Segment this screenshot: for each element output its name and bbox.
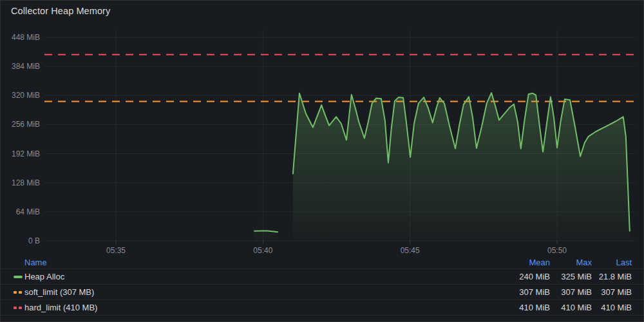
soft-limit-max-value: 307 MiB <box>550 287 592 297</box>
y-axis-tick-label: 64 MiB <box>1 207 40 217</box>
y-axis-tick-label: 192 MiB <box>1 149 40 159</box>
legend-column-max[interactable]: Max <box>550 258 592 267</box>
hard-limit-mean-value: 410 MiB <box>489 303 550 312</box>
hard-limit-last-value: 410 MiB <box>592 303 632 312</box>
heap-alloc-last-value: 21.8 MiB <box>592 272 632 281</box>
legend-series-name-hard-limit[interactable]: hard_limit (410 MB) <box>24 303 97 312</box>
hard-limit-max-value: 410 MiB <box>550 303 592 312</box>
legend-series-name-soft-limit[interactable]: soft_limit (307 MB) <box>24 287 94 297</box>
time-series-chart[interactable]: 0 B64 MiB128 MiB192 MiB256 MiB320 MiB384… <box>1 1 644 256</box>
legend-row-heap-alloc: Heap Alloc 240 MiB 325 MiB 21.8 MiB <box>1 269 644 285</box>
x-axis-tick-label: 05:45 <box>388 245 433 256</box>
y-axis-tick-label: 256 MiB <box>1 119 40 129</box>
heap-alloc-mean-value: 240 MiB <box>489 272 550 281</box>
y-axis-tick-label: 0 B <box>1 236 40 246</box>
soft-limit-last-value: 307 MiB <box>592 287 632 297</box>
x-axis-tick-label: 05:35 <box>93 245 138 256</box>
legend-row-hard-limit: hard_limit (410 MB) 410 MiB 410 MiB 410 … <box>1 300 644 316</box>
legend-column-last[interactable]: Last <box>592 258 632 267</box>
grafana-panel: Collector Heap Memory 0 B64 MiB128 MiB19… <box>0 0 644 322</box>
heap-alloc-series-swatch-icon <box>14 276 23 278</box>
y-axis-tick-label: 448 MiB <box>1 32 40 43</box>
legend-row-soft-limit: soft_limit (307 MB) 307 MiB 307 MiB 307 … <box>1 285 644 300</box>
heap-alloc-max-value: 325 MiB <box>550 272 592 281</box>
y-axis-tick-label: 320 MiB <box>1 90 40 100</box>
x-axis-tick-label: 05:50 <box>535 245 580 256</box>
y-axis-tick-label: 128 MiB <box>1 178 40 188</box>
soft-limit-mean-value: 307 MiB <box>489 287 550 297</box>
x-axis-tick-label: 05:40 <box>240 245 285 256</box>
soft-limit-series-swatch-icon <box>14 291 23 294</box>
y-axis-tick-label: 384 MiB <box>1 61 40 71</box>
hard-limit-series-swatch-icon <box>14 307 23 309</box>
chart-canvas[interactable] <box>1 1 644 256</box>
legend-table: Name Mean Max Last Heap Alloc 240 MiB 32… <box>1 256 644 316</box>
legend-series-name-heap-alloc[interactable]: Heap Alloc <box>24 272 64 281</box>
legend-header-row: Name Mean Max Last <box>1 256 644 269</box>
legend-column-mean[interactable]: Mean <box>489 258 550 267</box>
legend-column-name[interactable]: Name <box>1 258 489 267</box>
